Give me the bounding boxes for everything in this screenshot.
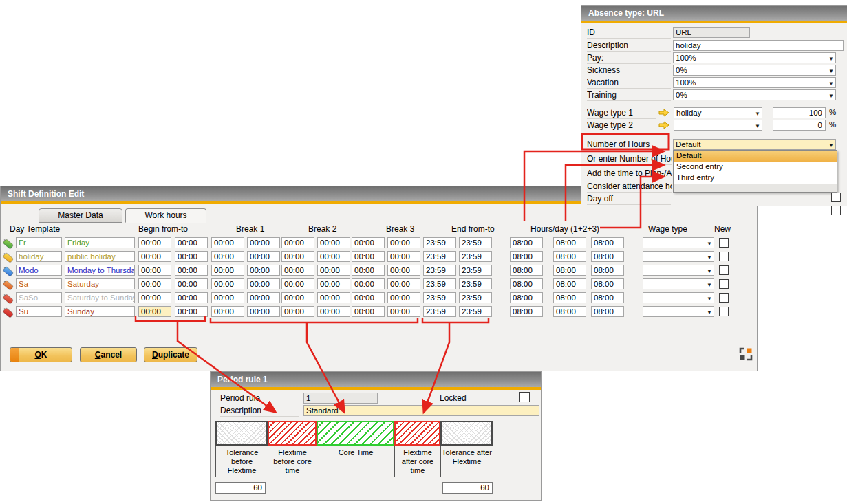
time-field[interactable]: 08:00 (553, 251, 586, 262)
time-field[interactable]: 00:00 (317, 251, 350, 262)
time-field[interactable]: 08:00 (591, 278, 624, 289)
day-id-field[interactable]: SaSo (16, 292, 62, 303)
time-field[interactable]: 23:59 (459, 237, 492, 248)
chevron-down-icon[interactable]: ▼ (755, 109, 760, 119)
time-field[interactable]: 00:00 (175, 251, 208, 262)
period-window-titlebar[interactable]: Period rule 1 (211, 372, 541, 387)
time-field[interactable]: 00:00 (387, 265, 420, 276)
time-field[interactable]: 23:59 (459, 278, 492, 289)
wage-type-1-combo[interactable]: holiday ▼ (674, 107, 762, 118)
time-field[interactable]: 23:59 (423, 237, 456, 248)
chevron-down-icon[interactable]: ▼ (828, 67, 834, 76)
time-field[interactable]: 00:00 (138, 265, 171, 276)
time-field[interactable]: 08:00 (591, 292, 624, 303)
dropdown-item-default[interactable]: Default (674, 151, 837, 162)
time-field[interactable]: 00:00 (281, 292, 314, 303)
time-field[interactable]: 00:00 (138, 251, 171, 262)
time-field[interactable]: 00:00 (387, 237, 420, 248)
time-field[interactable]: 00:00 (387, 251, 420, 262)
time-field[interactable]: 08:00 (510, 278, 543, 289)
new-checkbox[interactable] (719, 238, 729, 248)
chevron-down-icon[interactable]: ▼ (755, 122, 760, 131)
tab-master-data[interactable]: Master Data (39, 208, 122, 223)
time-field[interactable]: 00:00 (352, 306, 385, 317)
tolerance-after-input[interactable]: 60 (442, 482, 493, 494)
time-field[interactable]: 00:00 (281, 251, 314, 262)
time-field[interactable]: 23:59 (459, 265, 492, 276)
time-field[interactable]: 23:59 (423, 306, 456, 317)
time-field[interactable]: 00:00 (211, 251, 244, 262)
wage-type-combo[interactable]: ▼ (643, 292, 714, 303)
description-input[interactable]: Standard (303, 405, 539, 416)
time-field[interactable]: 00:00 (138, 306, 171, 317)
time-field[interactable]: 08:00 (510, 251, 543, 262)
time-field[interactable]: 23:59 (423, 265, 456, 276)
time-field[interactable]: 00:00 (247, 278, 280, 289)
dropdown-item-third-entry[interactable]: Third entry (674, 173, 837, 184)
time-field[interactable]: 08:00 (553, 278, 586, 289)
time-field[interactable]: 08:00 (591, 251, 624, 262)
wage-type-combo[interactable]: ▼ (643, 237, 714, 248)
day-name-field[interactable]: Saturday to Sunday (65, 292, 135, 303)
time-field[interactable]: 08:00 (553, 265, 586, 276)
wage-type-2-combo[interactable]: ▼ (674, 120, 762, 131)
time-field[interactable]: 23:59 (459, 251, 492, 262)
day-id-field[interactable]: Fr (16, 237, 62, 248)
chevron-down-icon[interactable]: ▼ (828, 54, 834, 64)
time-field[interactable]: 00:00 (175, 265, 208, 276)
time-field[interactable]: 00:00 (247, 306, 280, 317)
vacation-combo[interactable]: 100% ▼ (673, 77, 836, 88)
day-name-field[interactable]: public holiday (65, 251, 135, 262)
time-field[interactable]: 00:00 (175, 306, 208, 317)
wage-type-combo[interactable]: ▼ (643, 265, 714, 276)
time-field[interactable]: 00:00 (247, 292, 280, 303)
time-field[interactable]: 00:00 (317, 292, 350, 303)
day-name-field[interactable]: Monday to Thursday (65, 265, 135, 276)
clipped-checkbox[interactable] (831, 206, 841, 215)
training-combo[interactable]: 0% ▼ (673, 89, 836, 100)
time-field[interactable]: 00:00 (211, 265, 244, 276)
time-field[interactable]: 00:00 (175, 292, 208, 303)
new-checkbox[interactable] (719, 252, 729, 261)
duplicate-button[interactable]: Duplicate (144, 347, 197, 362)
time-field[interactable]: 08:00 (553, 306, 586, 317)
form-settings-icon[interactable] (738, 347, 753, 362)
time-field[interactable]: 08:00 (591, 265, 624, 276)
time-field[interactable]: 00:00 (211, 292, 244, 303)
time-field[interactable]: 00:00 (387, 278, 420, 289)
dropdown-item-second-entry[interactable]: Second entry (674, 162, 837, 173)
time-field[interactable]: 00:00 (352, 278, 385, 289)
wage-type-combo[interactable]: ▼ (643, 251, 714, 262)
time-field[interactable]: 00:00 (317, 237, 350, 248)
chevron-down-icon[interactable]: ▼ (707, 253, 712, 263)
time-field[interactable]: 00:00 (247, 265, 280, 276)
time-field[interactable]: 00:00 (138, 278, 171, 289)
time-field[interactable]: 23:59 (459, 292, 492, 303)
time-field[interactable]: 08:00 (510, 292, 543, 303)
time-field[interactable]: 23:59 (459, 306, 492, 317)
link-arrow-icon[interactable] (658, 108, 669, 118)
time-field[interactable]: 00:00 (138, 237, 171, 248)
time-field[interactable]: 08:00 (510, 237, 543, 248)
time-field[interactable]: 00:00 (281, 237, 314, 248)
time-field[interactable]: 00:00 (317, 278, 350, 289)
day-id-field[interactable]: Sa (16, 278, 62, 289)
new-checkbox[interactable] (719, 307, 729, 316)
locked-checkbox[interactable] (519, 392, 530, 402)
number-of-hours-combo[interactable]: Default ▼ (673, 139, 836, 150)
time-field[interactable]: 00:00 (317, 265, 350, 276)
time-field[interactable]: 08:00 (591, 306, 624, 317)
day-id-field[interactable]: Modo (16, 265, 62, 276)
time-field[interactable]: 00:00 (175, 278, 208, 289)
wage-type-2-percent[interactable]: 0 (773, 120, 826, 131)
chevron-down-icon[interactable]: ▼ (828, 91, 834, 101)
chevron-down-icon[interactable]: ▼ (828, 79, 834, 89)
time-field[interactable]: 00:00 (281, 265, 314, 276)
time-field[interactable]: 00:00 (247, 237, 280, 248)
time-field[interactable]: 08:00 (591, 237, 624, 248)
cancel-button[interactable]: Cancel (80, 347, 137, 362)
time-field[interactable]: 23:59 (423, 251, 456, 262)
time-field[interactable]: 00:00 (352, 237, 385, 248)
time-field[interactable]: 00:00 (352, 292, 385, 303)
new-checkbox[interactable] (719, 265, 729, 275)
